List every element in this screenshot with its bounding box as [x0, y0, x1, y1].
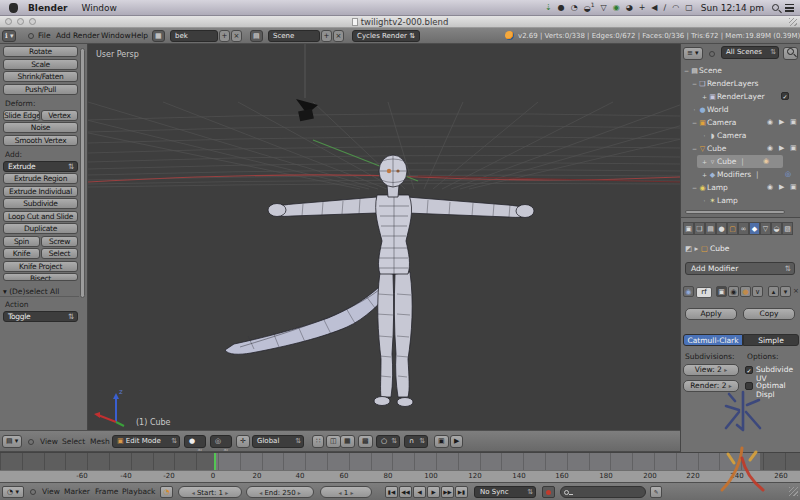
menu-bar-clock[interactable]: Sun 12:14 pm: [701, 3, 764, 13]
modifier-render-icon[interactable]: ◎: [785, 168, 791, 181]
tool-shrink-fatten[interactable]: Shrink/Fatten: [3, 71, 78, 82]
sync-mode-select[interactable]: No Sync: [474, 486, 536, 498]
view-subdivisions-stepper[interactable]: View: 2 ▸: [683, 364, 739, 376]
display-icon[interactable]: ▢: [685, 4, 693, 12]
render-toggle-icon[interactable]: ▣: [790, 116, 797, 129]
tab-world-icon[interactable]: ●: [716, 222, 727, 235]
selectability-cursor-icon[interactable]: ▶: [779, 181, 784, 194]
tab-material-icon[interactable]: ◒: [771, 222, 782, 235]
catmull-clark-button[interactable]: Catmull-Clark: [683, 334, 743, 346]
corner-resize-grip[interactable]: [789, 487, 798, 496]
tool-shelf-scrollbar[interactable]: [80, 48, 85, 298]
tab-scene-icon[interactable]: ▤: [705, 222, 716, 235]
modifier-cage-toggle-icon[interactable]: ∨: [752, 286, 763, 297]
tab-object-icon[interactable]: ▢: [727, 222, 738, 235]
editor-type-outliner-icon[interactable]: ≡ ▾: [683, 47, 703, 60]
auto-keyframe-record-button[interactable]: [542, 486, 555, 498]
prev-keyframe-button[interactable]: ◀◀: [399, 486, 412, 498]
tool-loop-cut[interactable]: Loop Cut and Slide: [3, 211, 78, 222]
next-keyframe-button[interactable]: ▶▶: [441, 486, 454, 498]
subdivide-uv-checkbox[interactable]: ✓: [745, 366, 753, 374]
vp-menu-mesh[interactable]: Mesh: [90, 431, 110, 452]
editor-type-info-icon[interactable]: ℹ ▾: [2, 30, 16, 42]
editor-type-timeline-icon[interactable]: ◔ ▾: [2, 486, 24, 498]
outliner-search-icon[interactable]: [783, 47, 798, 60]
render-toggle-icon[interactable]: ▣: [790, 142, 797, 155]
extrude-select[interactable]: Extrude: [3, 161, 78, 172]
tab-texture-icon[interactable]: ▨: [782, 222, 793, 235]
vertex-select-mode-button[interactable]: ∷: [312, 435, 324, 448]
modifier-move-up-icon[interactable]: ▴: [768, 286, 779, 297]
start-frame-field[interactable]: ◂ Start: 1 ▸: [178, 486, 242, 498]
outliner-row-cube-data[interactable]: +▿Cube | ◉: [697, 155, 783, 168]
keying-set-field[interactable]: [560, 486, 646, 498]
mac-window-menu[interactable]: Window: [81, 3, 117, 13]
header-pin-icon[interactable]: [28, 33, 34, 39]
face-select-mode-button[interactable]: ▦: [340, 435, 355, 448]
spotlight-icon[interactable]: [772, 4, 779, 11]
tl-menu-view[interactable]: View: [42, 483, 60, 500]
wifi-icon[interactable]: ◠: [672, 4, 679, 12]
tab-constraints-icon[interactable]: ∞: [738, 222, 749, 235]
play-reverse-button[interactable]: ◀: [413, 486, 426, 498]
notification-center-icon[interactable]: [785, 4, 794, 12]
tool-slide-vertex[interactable]: Vertex: [41, 110, 78, 121]
menu-render[interactable]: Render: [73, 28, 100, 44]
end-frame-field[interactable]: ◂ End: 250 ▸: [246, 486, 314, 498]
delete-layout-button[interactable]: ×: [231, 30, 242, 42]
outliner-row-renderlayer[interactable]: +▣RenderLayer ✓: [681, 90, 800, 103]
action-select[interactable]: Toggle: [3, 311, 78, 322]
render-engine-select[interactable]: Cycles Render ⇅: [352, 30, 420, 42]
tool-smooth-vertex[interactable]: Smooth Vertex: [3, 135, 78, 146]
visibility-eye-icon[interactable]: ◉: [767, 116, 773, 129]
screen-layout-icon[interactable]: ▦: [152, 30, 165, 42]
timeline-strip[interactable]: [0, 452, 800, 470]
header-pin-icon[interactable]: [30, 489, 36, 495]
history-icon[interactable]: ◕: [626, 4, 633, 12]
menu-add[interactable]: Add: [56, 28, 71, 44]
jump-to-end-button[interactable]: ▶▮: [455, 486, 468, 498]
tl-menu-marker[interactable]: Marker: [64, 483, 90, 500]
editor-type-3dview-icon[interactable]: ▤ ▾: [2, 435, 22, 448]
download-icon[interactable]: ⇣: [545, 4, 552, 12]
simple-button[interactable]: Simple: [743, 334, 799, 346]
outliner-row-camera-data[interactable]: ·◗Camera: [681, 129, 800, 142]
outliner-row-lamp-data[interactable]: ·✶Lamp: [681, 194, 800, 207]
vp-menu-view[interactable]: View: [40, 431, 58, 452]
outliner-display-mode[interactable]: All Scenes: [721, 46, 779, 59]
preview-range-clock-icon[interactable]: ◔: [160, 486, 173, 498]
volume-icon[interactable]: ◀: [651, 4, 657, 12]
header-pin-icon[interactable]: [709, 51, 715, 57]
tl-menu-playback[interactable]: Playback: [122, 483, 155, 500]
selectability-cursor-icon[interactable]: ▶: [779, 116, 784, 129]
tab-data-icon[interactable]: ▽: [760, 222, 771, 235]
screen-layout-field[interactable]: bek: [170, 30, 218, 42]
tool-extrude-region[interactable]: Extrude Region: [3, 173, 78, 184]
add-scene-button[interactable]: +: [321, 30, 332, 42]
scene-field[interactable]: Scene: [268, 30, 320, 42]
modifier-delete-icon[interactable]: ×: [792, 286, 800, 297]
outliner-row-camera-object[interactable]: −▣Camera ◉ ▶ ▣: [681, 116, 800, 129]
header-pin-icon[interactable]: [28, 439, 34, 445]
outliner-scrollbar[interactable]: [685, 210, 785, 214]
shading-select[interactable]: ●: [184, 435, 206, 448]
mode-select[interactable]: ▣ Edit Mode: [112, 435, 180, 448]
tool-screw[interactable]: Screw: [41, 236, 78, 247]
optimal-display-checkbox[interactable]: [745, 382, 753, 390]
tl-menu-frame[interactable]: Frame: [95, 483, 118, 500]
current-frame-field[interactable]: ◂ 1 ▸: [320, 486, 372, 498]
modifier-editmode-toggle-icon[interactable]: ●: [740, 286, 751, 297]
insert-keyframe-icon[interactable]: ✎: [650, 486, 662, 498]
tool-push-pull[interactable]: Push/Pull: [3, 84, 78, 95]
tool-knife-select[interactable]: Select: [41, 248, 78, 259]
manipulator-toggle[interactable]: ✛: [236, 435, 250, 448]
outliner-row-cube-object[interactable]: −▽Cube ◉ ▶ ▣: [681, 142, 800, 155]
deselect-all-panel-header[interactable]: ▾ (De)select All: [3, 287, 78, 296]
render-subdivisions-stepper[interactable]: Render: 2 ▸: [683, 380, 739, 392]
outliner-row-scene[interactable]: −▤Scene: [681, 64, 800, 77]
current-frame-marker[interactable]: [214, 453, 216, 470]
outliner-row-renderlayers[interactable]: −❏RenderLayers: [681, 77, 800, 90]
viewport-3d[interactable]: User Persp z (1) Cube: [88, 44, 680, 430]
pencil-icon[interactable]: ∕: [663, 4, 666, 12]
vp-menu-select[interactable]: Select: [62, 431, 85, 452]
